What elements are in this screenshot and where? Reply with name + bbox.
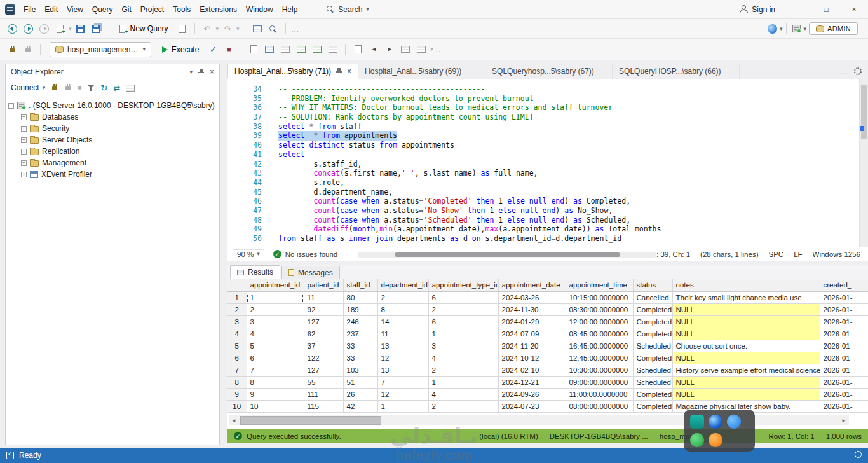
editor-tab[interactable]: Hospital_Anal...5\sabry (71))× [227, 64, 358, 79]
grid-cell[interactable]: 16:45:00.0000000 [566, 340, 633, 352]
grid-cell[interactable]: 10:30:00.0000000 [566, 364, 633, 377]
grid-cell[interactable]: 37 [304, 340, 343, 352]
results-to-grid-button[interactable] [262, 43, 276, 57]
undo-button[interactable]: ↶ [200, 22, 214, 36]
grid-cell[interactable]: 2024-02-10 [498, 364, 566, 377]
grid-cell[interactable]: 2026-01- [820, 377, 868, 389]
code-line[interactable]: 34-- -----------------------------------… [236, 85, 868, 94]
sync-icon[interactable]: ⇄ [113, 84, 120, 92]
issues-indicator[interactable]: No issues found [273, 250, 337, 258]
grid-cell[interactable]: 92 [304, 304, 343, 316]
results-to-file-button[interactable] [278, 43, 292, 57]
grid-cell[interactable]: 8 [247, 377, 304, 389]
grid-cell[interactable]: 4 [428, 352, 498, 364]
grid-cell[interactable]: 2 [428, 364, 498, 377]
grid-cell[interactable]: 1 [377, 401, 428, 413]
grid-cell[interactable]: 33 [343, 340, 377, 352]
encoding[interactable]: Windows 1256 [813, 251, 860, 258]
grid-cell[interactable]: NULL [672, 377, 820, 389]
grid-cell[interactable]: Scheduled [633, 340, 672, 352]
row-header[interactable]: 6 [227, 352, 247, 364]
grid-cell[interactable]: NULL [672, 304, 820, 316]
grid-cell[interactable]: 2026-01- [820, 292, 868, 304]
editor-tab[interactable]: SQLQueryHOSP...\sabry (66)) [613, 64, 740, 79]
connect-dropdown[interactable]: Connect ▾ [11, 83, 45, 92]
tree-node[interactable]: +Server Objects [8, 134, 217, 146]
grid-cell[interactable]: 12 [377, 352, 428, 364]
grid-cell[interactable]: Completed [633, 401, 672, 413]
grid-cell[interactable]: 2026-01- [820, 340, 868, 352]
code-line[interactable]: 49 datediff(month,min(a.appointment_date… [236, 225, 868, 234]
new-file-button[interactable] [53, 22, 67, 36]
oe-details-icon[interactable] [126, 85, 135, 92]
grid-cell[interactable]: 2026-01- [820, 364, 868, 377]
grid-cell[interactable]: 2026-01- [820, 328, 868, 340]
new-query-button[interactable]: New Query [114, 22, 173, 35]
grid-cell[interactable]: 6 [428, 292, 498, 304]
chevron-down-icon[interactable]: ▾ [804, 26, 807, 32]
code-line[interactable]: 40select distinct status from appointmen… [236, 141, 868, 150]
grid-cell[interactable]: Scheduled [633, 377, 672, 389]
results-tab-messages[interactable]: Messages [281, 266, 340, 279]
grid-cell[interactable]: NULL [672, 389, 820, 401]
grid-cell[interactable]: 13 [377, 364, 428, 377]
code-line[interactable]: 39select * from appointments [236, 131, 868, 141]
pin-icon[interactable] [336, 68, 342, 75]
tree-node[interactable]: +Replication [8, 146, 217, 157]
database-selector[interactable]: hosp_management_db ▾ [50, 42, 151, 57]
grid-cell[interactable]: 80 [343, 292, 377, 304]
grid-cell[interactable]: 103 [343, 364, 377, 377]
refresh-icon[interactable]: ↻ [100, 84, 107, 92]
grid-horizontal-scrollbar[interactable]: ◄ ► [229, 415, 849, 425]
row-header[interactable]: 3 [227, 316, 247, 328]
tree-node[interactable]: +Security [8, 123, 217, 134]
grid-cell[interactable]: 2024-12-21 [498, 377, 566, 389]
editor-horizontal-scrollbar[interactable] [358, 252, 656, 258]
grid-cell[interactable]: Completed [633, 328, 672, 340]
scrollbar-thumb[interactable] [861, 85, 867, 139]
grid-cell[interactable]: 2024-11-30 [498, 304, 566, 316]
comment-button[interactable] [398, 43, 412, 57]
oe-stop-icon[interactable]: ■ [78, 85, 81, 91]
grid-cell[interactable]: 2 [247, 304, 304, 316]
menu-edit[interactable]: Edit [40, 3, 62, 17]
grid-cell[interactable]: 11 [304, 292, 343, 304]
column-header[interactable]: appointment_id [247, 279, 304, 292]
parse-button[interactable]: ✓ [206, 43, 220, 57]
grid-cell[interactable]: 2024-01-29 [498, 316, 566, 328]
column-header[interactable]: appointment_date [498, 279, 566, 292]
grid-cell[interactable]: 3 [247, 316, 304, 328]
grid-cell[interactable]: 2026-01- [820, 316, 868, 328]
menu-tools[interactable]: Tools [168, 3, 195, 17]
grid-cell[interactable]: 237 [343, 328, 377, 340]
grid-cell[interactable]: 115 [304, 401, 343, 413]
grid-cell[interactable]: 26 [343, 389, 377, 401]
expand-icon[interactable]: + [21, 149, 27, 155]
grid-cell[interactable]: 2 [377, 292, 428, 304]
grid-cell[interactable]: 2024-07-09 [498, 328, 566, 340]
grid-cell[interactable]: 2024-03-26 [498, 292, 566, 304]
grid-cell[interactable]: 2024-10-12 [498, 352, 566, 364]
filter-icon[interactable] [87, 84, 95, 92]
code-line[interactable]: 37-- SOLUTION: Rank doctors by appointme… [236, 113, 868, 122]
maximize-button[interactable]: □ [812, 0, 840, 18]
navigate-up-button[interactable] [37, 22, 51, 36]
gear-icon[interactable] [854, 67, 862, 75]
cancel-query-button[interactable]: ■ [222, 43, 236, 57]
indent-decrease-button[interactable]: ◄ [367, 43, 381, 57]
navigate-back-button[interactable] [5, 22, 19, 36]
grid-cell[interactable]: 2026-01- [820, 304, 868, 316]
chevron-down-icon[interactable]: ▾ [236, 26, 240, 32]
grid-cell[interactable]: 4 [247, 328, 304, 340]
grid-cell[interactable]: 62 [304, 328, 343, 340]
menu-query[interactable]: Query [88, 3, 118, 17]
column-header[interactable]: staff_id [343, 279, 377, 292]
grid-cell[interactable]: 6 [247, 352, 304, 364]
chevron-down-icon[interactable]: ▾ [216, 26, 219, 32]
uncomment-button[interactable] [414, 43, 428, 57]
grid-cell[interactable]: Completed [633, 316, 672, 328]
scrollbar-thumb[interactable] [395, 252, 620, 257]
grid-cell[interactable]: Completed [633, 304, 672, 316]
widget-teal-app-icon[interactable] [690, 415, 704, 429]
row-header[interactable]: 10 [227, 401, 247, 413]
